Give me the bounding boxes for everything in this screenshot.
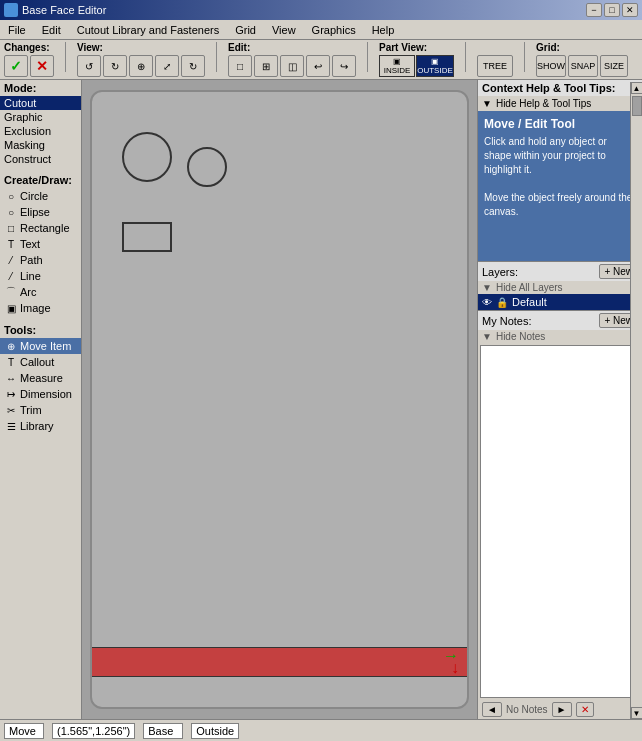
layers-section: Layers: + New ▼ Hide All Layers 👁 🔒 Defa… — [478, 262, 642, 311]
move-arrows: → ↓ — [443, 648, 459, 676]
elipse-label: Elipse — [20, 206, 50, 218]
hide-help-row[interactable]: ▼ Hide Help & Tool Tips — [478, 96, 642, 111]
grid-snap-btn[interactable]: SNAP — [568, 55, 598, 77]
tool-dimension[interactable]: ↦ Dimension — [0, 386, 81, 402]
scroll-down[interactable]: ▼ — [631, 707, 643, 719]
masking-label: Masking — [4, 139, 45, 151]
minimize-button[interactable]: − — [586, 3, 602, 17]
edit-group: Edit: □ ⊞ ◫ ↩ ↪ — [228, 42, 356, 77]
edit-btn-2[interactable]: ⊞ — [254, 55, 278, 77]
view-label: View: — [77, 42, 103, 53]
tool-callout[interactable]: T Callout — [0, 354, 81, 370]
circle-icon: ○ — [4, 189, 18, 203]
view-btn-1[interactable]: ↺ — [77, 55, 101, 77]
layer-default[interactable]: 👁 🔒 Default — [478, 294, 642, 310]
arc-icon: ⌒ — [4, 285, 18, 299]
menu-edit[interactable]: Edit — [38, 22, 65, 38]
canvas-circle-large[interactable] — [122, 132, 172, 182]
inside-button[interactable]: ▣ INSIDE — [379, 55, 415, 77]
mode-graphic[interactable]: Graphic — [0, 110, 81, 124]
menu-cutout-library[interactable]: Cutout Library and Fasteners — [73, 22, 223, 38]
notes-footer: ◄ No Notes ► ✕ — [478, 700, 642, 719]
notes-prev-button[interactable]: ◄ — [482, 702, 502, 717]
layers-label: Layers: — [482, 266, 518, 278]
right-scrollbar[interactable]: ▲ ▼ — [630, 82, 642, 719]
divider-3 — [367, 42, 368, 72]
mode-label: Mode: — [0, 80, 81, 96]
view-btn-4[interactable]: ⤢ — [155, 55, 179, 77]
hide-notes-row[interactable]: ▼ Hide Notes — [478, 330, 642, 343]
text-draw-label: Text — [20, 238, 40, 250]
draw-text[interactable]: T Text — [0, 236, 81, 252]
menu-graphics[interactable]: Graphics — [308, 22, 360, 38]
expand-notes-icon: ▼ — [482, 331, 492, 342]
no-notes-label: No Notes — [506, 704, 548, 715]
edit-btn-5[interactable]: ↪ — [332, 55, 356, 77]
view-btn-2[interactable]: ↻ — [103, 55, 127, 77]
cancel-button[interactable]: ✕ — [30, 55, 54, 77]
canvas-circle-small[interactable] — [187, 147, 227, 187]
menu-grid[interactable]: Grid — [231, 22, 260, 38]
create-draw-label: Create/Draw: — [0, 172, 81, 188]
tool-trim[interactable]: ✂ Trim — [0, 402, 81, 418]
grid-show-btn[interactable]: SHOW — [536, 55, 566, 77]
tool-measure[interactable]: ↔ Measure — [0, 370, 81, 386]
dimension-icon: ↦ — [4, 387, 18, 401]
scroll-up[interactable]: ▲ — [631, 82, 643, 94]
line-icon: ∕ — [4, 269, 18, 283]
mode-construct[interactable]: Construct — [0, 152, 81, 166]
maximize-button[interactable]: □ — [604, 3, 620, 17]
mode-masking[interactable]: Masking — [0, 138, 81, 152]
canvas-area[interactable]: → ↓ — [82, 80, 477, 719]
draw-line[interactable]: ∕ Line — [0, 268, 81, 284]
scroll-thumb[interactable] — [632, 96, 642, 116]
title-bar-title: Base Face Editor — [22, 4, 106, 16]
path-icon: ∕ — [4, 253, 18, 267]
ok-button[interactable]: ✓ — [4, 55, 28, 77]
menu-help[interactable]: Help — [368, 22, 399, 38]
view-btn-5[interactable]: ↻ — [181, 55, 205, 77]
text-draw-icon: T — [4, 237, 18, 251]
measure-icon: ↔ — [4, 371, 18, 385]
hide-all-layers-row[interactable]: ▼ Hide All Layers — [478, 281, 642, 294]
tree-button[interactable]: TREE — [477, 55, 513, 77]
draw-elipse[interactable]: ○ Elipse — [0, 204, 81, 220]
notes-next-button[interactable]: ► — [552, 702, 572, 717]
menu-file[interactable]: File — [4, 22, 30, 38]
mode-exclusion[interactable]: Exclusion — [0, 124, 81, 138]
draw-arc[interactable]: ⌒ Arc — [0, 284, 81, 300]
edit-btn-1[interactable]: □ — [228, 55, 252, 77]
elipse-icon: ○ — [4, 205, 18, 219]
context-help-content: Move / Edit Tool Click and hold any obje… — [478, 111, 642, 261]
expand-layers-icon: ▼ — [482, 282, 492, 293]
tool-library[interactable]: ☰ Library — [0, 418, 81, 434]
part-view-group: Part View: ▣ INSIDE ▣ OUTSIDE — [379, 42, 454, 77]
grid-group: Grid: SHOW SNAP SIZE — [536, 42, 628, 77]
context-help-title: Move / Edit Tool — [484, 117, 636, 131]
canvas-inner[interactable]: → ↓ — [90, 90, 469, 709]
notes-content-area — [480, 345, 640, 698]
context-help-header: Context Help & Tool Tips: — [478, 80, 642, 96]
edit-btn-3[interactable]: ◫ — [280, 55, 304, 77]
canvas-rectangle[interactable] — [122, 222, 172, 252]
draw-rectangle[interactable]: □ Rectangle — [0, 220, 81, 236]
grid-size-btn[interactable]: SIZE — [600, 55, 628, 77]
grid-label: Grid: — [536, 42, 560, 53]
mode-cutout[interactable]: Cutout — [0, 96, 81, 110]
path-label: Path — [20, 254, 43, 266]
draw-path[interactable]: ∕ Path — [0, 252, 81, 268]
view-btn-3[interactable]: ⊕ — [129, 55, 153, 77]
close-button[interactable]: ✕ — [622, 3, 638, 17]
draw-circle[interactable]: ○ Circle — [0, 188, 81, 204]
changes-label: Changes: — [4, 42, 50, 53]
notes-close-button[interactable]: ✕ — [576, 702, 594, 717]
menu-view[interactable]: View — [268, 22, 300, 38]
status-outside: Outside — [191, 723, 239, 739]
divider-4 — [465, 42, 466, 72]
draw-image[interactable]: ▣ Image — [0, 300, 81, 316]
edit-btn-4[interactable]: ↩ — [306, 55, 330, 77]
view-group: View: ↺ ↻ ⊕ ⤢ ↻ — [77, 42, 205, 77]
tool-move-item[interactable]: ⊕ Move Item — [0, 338, 81, 354]
outside-button[interactable]: ▣ OUTSIDE — [416, 55, 454, 77]
expand-help-icon: ▼ — [482, 98, 492, 109]
